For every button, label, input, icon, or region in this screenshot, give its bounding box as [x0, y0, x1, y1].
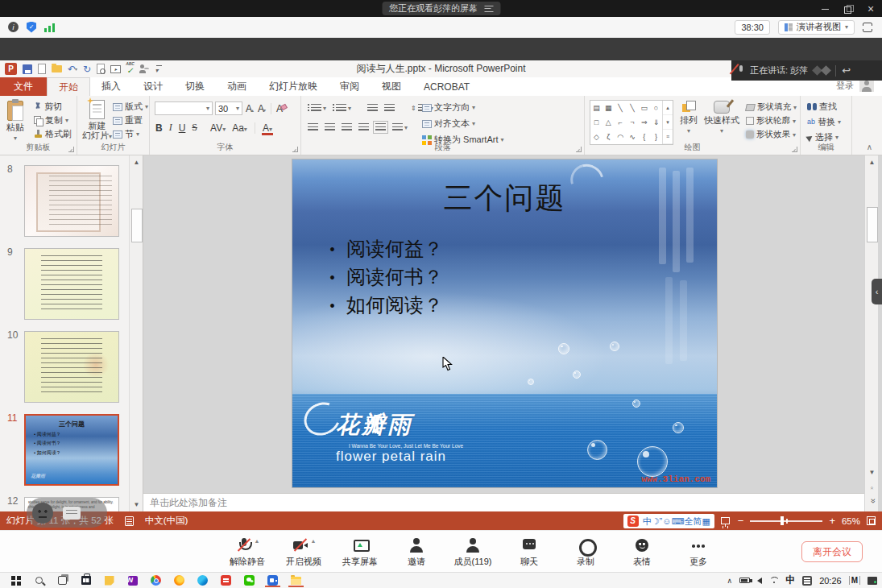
camera-icon[interactable]: [292, 536, 309, 554]
emoji-icon[interactable]: [633, 536, 651, 554]
edge-icon[interactable]: [197, 574, 209, 587]
scrollbar-thumb[interactable]: [131, 209, 143, 242]
ribbon-tab[interactable]: 幻灯片放映: [258, 77, 329, 96]
notes-pane[interactable]: 单击此处添加备注: [143, 493, 864, 511]
justify-button[interactable]: [358, 121, 369, 134]
redo-icon[interactable]: ↻: [83, 63, 91, 75]
ribbon-tab[interactable]: 插入: [90, 77, 132, 96]
battery-icon[interactable]: [739, 578, 750, 583]
powerpoint-logo-icon[interactable]: P: [5, 63, 17, 75]
sign-in-label[interactable]: 登录: [836, 80, 854, 92]
meeting-control[interactable]: 表情: [623, 536, 661, 568]
italic-button[interactable]: I: [168, 122, 173, 134]
slide-thumbnail[interactable]: 三个问题 阅读何益？ 阅读何书？ 如何阅读？ 花瓣雨: [24, 414, 119, 486]
shape-glyph-icon[interactable]: ∿: [629, 134, 636, 141]
chat-icon[interactable]: [520, 536, 538, 554]
shape-glyph-icon[interactable]: □: [594, 119, 598, 126]
replace-button[interactable]: ab替换▾: [807, 115, 851, 129]
meeting-control[interactable]: ▲ 解除静音: [228, 536, 267, 568]
reset-button[interactable]: 重置: [113, 114, 148, 127]
zoom-slider-knob[interactable]: [781, 516, 784, 525]
format-painter-button[interactable]: 格式刷: [34, 127, 72, 141]
view-selector[interactable]: 演讲者视图 ▾: [778, 20, 855, 35]
meeting-control[interactable]: 成员(119): [453, 536, 492, 568]
bullets-button[interactable]: ▾: [308, 101, 326, 114]
shape-glyph-icon[interactable]: ╲: [618, 105, 622, 112]
tray-expand-icon[interactable]: ∧: [727, 577, 733, 585]
scroll-up-icon[interactable]: ▲: [130, 156, 143, 168]
collapse-panel-handle[interactable]: ‹: [872, 279, 882, 304]
shape-glyph-icon[interactable]: ¬: [630, 119, 634, 126]
office-icon[interactable]: N: [126, 574, 139, 587]
align-right-button[interactable]: [342, 121, 352, 134]
open-folder-icon[interactable]: [52, 65, 62, 72]
wifi-icon[interactable]: [769, 577, 778, 584]
shape-fill-button[interactable]: 形状填充▾: [746, 101, 797, 113]
meeting-info-icon[interactable]: i: [8, 22, 19, 32]
sogou-tray-icon[interactable]: [802, 576, 812, 586]
shrink-font-button[interactable]: A▾: [257, 103, 267, 114]
zoom-in-icon[interactable]: +: [829, 516, 835, 526]
chevron-up-icon[interactable]: ▲: [311, 538, 317, 544]
ribbon-tab[interactable]: 审阅: [329, 77, 371, 96]
ime-option-icon[interactable]: ⌨: [671, 516, 684, 526]
shape-glyph-icon[interactable]: ▤: [593, 105, 600, 112]
dialog-launcher-icon[interactable]: [68, 147, 74, 152]
sogou-ime-bar[interactable]: S 中☽”☺⌨全简▦: [623, 514, 714, 528]
thumbnail-scrollbar[interactable]: ▲ ▼: [129, 155, 143, 511]
meeting-control[interactable]: ▲ 开启视频: [284, 536, 323, 568]
meeting-menu-icon[interactable]: [484, 6, 493, 12]
align-left-button[interactable]: [308, 121, 318, 134]
shape-outline-button[interactable]: 形状轮廓▾: [746, 115, 797, 126]
section-button[interactable]: 节▾: [113, 127, 148, 141]
shape-glyph-icon[interactable]: ◠: [617, 134, 623, 141]
slide-thumbnail[interactable]: [24, 165, 119, 237]
language-status[interactable]: 中文(中国): [145, 515, 188, 527]
collapse-ribbon-icon[interactable]: ∧: [867, 143, 872, 151]
sticky-icon[interactable]: [103, 574, 115, 587]
font-name-combo[interactable]: ▾: [155, 101, 213, 115]
firefox-icon[interactable]: [173, 574, 185, 587]
layout-button[interactable]: 版式▾: [113, 100, 148, 114]
restore-icon[interactable]: [843, 4, 853, 14]
ribbon-tab[interactable]: 开始: [47, 77, 90, 96]
font-color-button[interactable]: A▾: [262, 122, 273, 134]
ribbon-tab[interactable]: 切换: [174, 77, 216, 96]
ime-option-icon[interactable]: ▦: [702, 516, 710, 526]
meeting-control[interactable]: 更多: [679, 536, 718, 568]
bold-button[interactable]: B: [155, 122, 164, 134]
slideshow-icon[interactable]: ▸: [110, 65, 121, 73]
sogou-logo-icon[interactable]: S: [627, 516, 639, 527]
print-preview-icon[interactable]: [97, 64, 105, 74]
redapp-icon[interactable]: [220, 574, 232, 587]
zoom-out-icon[interactable]: −: [738, 516, 744, 526]
scroll-down-icon[interactable]: ▼: [130, 499, 143, 510]
cut-button[interactable]: 剪切: [34, 100, 72, 114]
ribbon-tab[interactable]: 设计: [132, 77, 174, 96]
numbering-button[interactable]: ▾: [333, 101, 351, 114]
ribbon-tab[interactable]: ACROBAT: [412, 77, 481, 96]
meeting-control[interactable]: 录制: [566, 536, 605, 568]
slide-thumbnail[interactable]: [24, 331, 119, 403]
strikethrough-button[interactable]: S: [191, 122, 198, 134]
shape-glyph-icon[interactable]: ⇒: [641, 119, 648, 126]
meeting-icon[interactable]: [267, 574, 279, 587]
ime-option-icon[interactable]: 全: [684, 516, 693, 526]
shape-glyph-icon[interactable]: ○: [654, 105, 658, 112]
shapes-gallery-scroll[interactable]: ▴▾≡: [662, 101, 673, 144]
quick-styles-button[interactable]: 快速样式▾: [704, 101, 739, 136]
scrollbar-thumb[interactable]: [867, 207, 878, 242]
underline-button[interactable]: U: [178, 122, 187, 134]
account-avatar-icon[interactable]: [859, 79, 874, 92]
fit-slide-icon[interactable]: [867, 516, 876, 525]
shape-glyph-icon[interactable]: ▭: [640, 105, 648, 112]
previous-slide-icon[interactable]: «: [867, 482, 878, 495]
store-icon[interactable]: [80, 574, 92, 587]
change-case-button[interactable]: Aa▾: [231, 122, 248, 134]
fullscreen-icon[interactable]: [863, 23, 872, 32]
dialog-launcher-icon[interactable]: [576, 147, 582, 152]
undo-icon[interactable]: ↶▾: [68, 63, 77, 75]
shape-effects-button[interactable]: 形状效果▾: [746, 129, 797, 140]
copy-button[interactable]: 复制▾: [34, 114, 72, 127]
ribbon-tab[interactable]: 动画: [216, 77, 258, 96]
